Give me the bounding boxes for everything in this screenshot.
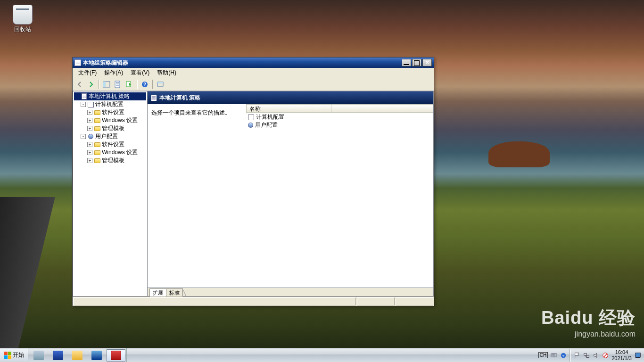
folder-icon	[94, 150, 100, 155]
show-hide-tree-button[interactable]	[101, 79, 112, 90]
svg-text:?: ?	[562, 354, 565, 358]
column-name[interactable]: 名称	[247, 105, 331, 112]
ql-explorer[interactable]	[68, 349, 87, 362]
tree-windows-settings[interactable]: +Windows 设置	[74, 116, 146, 124]
tree-software-settings[interactable]: +软件设置	[74, 108, 146, 116]
taskbar: 开始 CH ? 16:04 2021/1/3	[0, 348, 644, 362]
quick-launch	[28, 348, 127, 362]
window-titlebar[interactable]: 本地组策略编辑器 ✕	[73, 58, 434, 68]
security-alert-icon[interactable]	[602, 352, 609, 359]
tab-extended[interactable]: 扩展	[149, 288, 166, 296]
maximize-button[interactable]	[412, 59, 421, 66]
tree-root-label: 本地计算机 策略	[89, 92, 130, 100]
close-button[interactable]: ✕	[422, 59, 432, 66]
svg-rect-2	[115, 81, 120, 88]
folder-icon	[94, 142, 100, 147]
windows-logo-icon	[4, 352, 11, 359]
export-list-button[interactable]	[124, 79, 134, 90]
svg-rect-18	[584, 353, 586, 355]
recycle-bin-label: 回收站	[8, 25, 37, 33]
status-bar	[73, 296, 434, 306]
tray-clock[interactable]: 16:04 2021/1/3	[611, 349, 632, 361]
detail-panel: 本地计算机 策略 选择一个项目来查看它的描述。 名称 计算机配置	[148, 91, 434, 296]
svg-rect-22	[636, 353, 641, 357]
toolbar-separator	[152, 80, 153, 89]
description-prompt: 选择一个项目来查看它的描述。	[151, 109, 231, 116]
expand-icon[interactable]: +	[87, 150, 92, 155]
recycle-bin[interactable]: 回收站	[8, 5, 37, 33]
list-item-computer-config[interactable]: 计算机配置	[248, 113, 431, 121]
description-column: 选择一个项目来查看它的描述。	[148, 104, 246, 288]
menu-action[interactable]: 操作(A)	[100, 68, 127, 78]
policy-icon	[82, 93, 87, 99]
help-tray-icon[interactable]: ?	[560, 352, 567, 359]
tree-user-software-settings[interactable]: +软件设置	[74, 140, 146, 148]
properties-button[interactable]	[113, 79, 123, 90]
ql-powershell[interactable]	[49, 349, 67, 362]
policy-icon	[151, 95, 157, 101]
expand-icon[interactable]: +	[87, 118, 92, 123]
expand-icon[interactable]: +	[87, 126, 92, 131]
toolbar-separator	[99, 80, 99, 89]
expand-icon[interactable]: +	[87, 110, 92, 115]
filter-button[interactable]	[155, 79, 165, 90]
menu-help[interactable]: 帮助(H)	[153, 68, 180, 78]
gpedit-window: 本地组策略编辑器 ✕ 文件(F) 操作(A) 查看(V) 帮助(H) ?	[72, 57, 434, 306]
collapse-icon[interactable]: -	[81, 102, 86, 107]
network-icon[interactable]	[583, 352, 590, 359]
window-title: 本地组策略编辑器	[83, 59, 402, 67]
list-header[interactable]: 名称	[246, 104, 433, 113]
tree-user-admin-templates[interactable]: +管理模板	[74, 156, 146, 165]
folder-icon	[94, 126, 100, 131]
tree-admin-templates[interactable]: +管理模板	[74, 124, 146, 132]
collapse-icon[interactable]: -	[81, 134, 86, 139]
menu-bar: 文件(F) 操作(A) 查看(V) 帮助(H)	[73, 68, 434, 78]
svg-rect-23	[636, 357, 641, 358]
svg-rect-15	[553, 355, 556, 356]
expand-icon[interactable]: +	[87, 142, 92, 147]
ql-control-panel[interactable]	[87, 349, 106, 362]
svg-rect-10	[157, 82, 163, 83]
ime-indicator[interactable]: CH	[538, 352, 548, 358]
tree-user-config[interactable]: - 用户配置	[74, 132, 146, 140]
flag-icon[interactable]	[574, 352, 580, 359]
user-icon	[88, 134, 93, 139]
svg-rect-14	[554, 354, 555, 355]
svg-rect-13	[553, 354, 554, 355]
document-icon	[74, 59, 81, 66]
show-desktop-icon[interactable]	[635, 352, 641, 359]
toolbar-separator	[137, 80, 137, 89]
sound-icon[interactable]	[593, 352, 599, 359]
ql-server-manager[interactable]	[29, 349, 48, 362]
keyboard-icon[interactable]	[551, 352, 557, 359]
svg-rect-12	[552, 354, 553, 355]
menu-file[interactable]: 文件(F)	[74, 68, 100, 78]
tree-root[interactable]: 本地计算机 策略	[74, 92, 146, 100]
tree-panel[interactable]: 本地计算机 策略 - 计算机配置 +软件设置 +Windows 设置	[73, 91, 148, 296]
list-column: 名称 计算机配置 用户配置	[246, 104, 433, 288]
taskbar-gpedit[interactable]	[107, 349, 125, 362]
system-tray: CH ? 16:04 2021/1/3	[536, 348, 644, 362]
user-icon	[248, 123, 253, 128]
recycle-bin-icon	[13, 5, 33, 25]
tree-computer-config[interactable]: - 计算机配置	[74, 100, 146, 108]
menu-view[interactable]: 查看(V)	[127, 68, 153, 78]
computer-icon	[88, 102, 94, 107]
svg-rect-11	[551, 354, 557, 357]
nav-forward-button[interactable]	[86, 79, 96, 90]
folder-icon	[94, 118, 100, 123]
folder-icon	[94, 158, 100, 163]
nav-back-button[interactable]	[74, 79, 85, 90]
computer-icon	[248, 115, 254, 120]
tree-user-windows-settings[interactable]: +Windows 设置	[74, 148, 146, 156]
start-button[interactable]: 开始	[0, 348, 28, 362]
help-button[interactable]: ?	[140, 79, 150, 90]
toolbar: ?	[73, 78, 434, 90]
tabs-row: 扩展 标准	[148, 288, 433, 296]
folder-icon	[94, 110, 100, 115]
svg-rect-1	[103, 82, 106, 87]
detail-header: 本地计算机 策略	[148, 91, 433, 104]
expand-icon[interactable]: +	[87, 158, 92, 163]
minimize-button[interactable]	[402, 59, 411, 66]
list-item-user-config[interactable]: 用户配置	[248, 121, 431, 129]
